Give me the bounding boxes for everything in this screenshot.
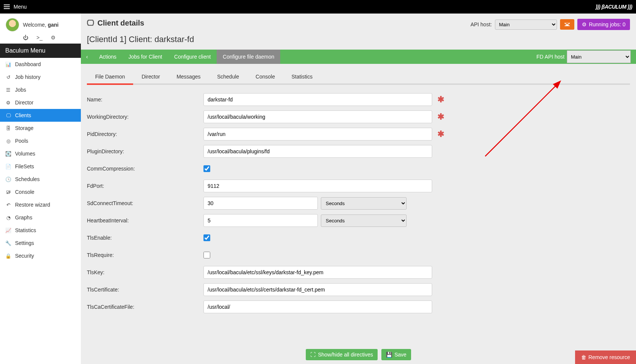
tabbar: ‹ ActionsJobs for ClientConfigure client… bbox=[81, 50, 636, 64]
subtab-statistics[interactable]: Statistics bbox=[283, 71, 321, 85]
desktop-icon: 🖵 bbox=[87, 19, 94, 27]
input-piddir[interactable] bbox=[203, 128, 432, 140]
topbar: Menu ))) βACULUM ))) bbox=[0, 0, 636, 14]
label-tlscacert: TlsCaCertificateFile: bbox=[87, 304, 203, 310]
chart-icon: 📈 bbox=[5, 228, 11, 233]
running-jobs-button[interactable]: ⚙ Running jobs: 0 bbox=[577, 19, 630, 30]
sidebar-item-director[interactable]: ⚙Director bbox=[0, 96, 81, 109]
showhide-button[interactable]: ⛶Show/hide all directives bbox=[306, 349, 377, 360]
sidebar-item-pools[interactable]: ◎Pools bbox=[0, 134, 81, 147]
sidebar-item-label: Jobs bbox=[15, 87, 26, 93]
label-sdtimeout: SdConnectTimeout: bbox=[87, 200, 203, 206]
sidebar-item-label: Console bbox=[15, 189, 34, 195]
tab-configure-file-daemon[interactable]: Configure file daemon bbox=[217, 50, 280, 64]
sidebar-item-dashboard[interactable]: 📊Dashboard bbox=[0, 58, 81, 71]
hdd-icon: 💽 bbox=[5, 151, 11, 157]
unit-heartbeat[interactable]: Seconds bbox=[321, 214, 407, 227]
sidebar-header: Baculum Menu bbox=[0, 44, 81, 58]
label-heartbeat: HeartbeatInterval: bbox=[87, 217, 203, 224]
remove-resource-button[interactable]: 🗑Remove resource bbox=[575, 350, 636, 364]
sidebar-item-label: Clients bbox=[15, 112, 31, 118]
subtab-file-daemon[interactable]: File Daemon bbox=[87, 71, 133, 85]
checkbox-tlsenable[interactable] bbox=[203, 234, 210, 241]
input-fdport[interactable] bbox=[203, 180, 432, 192]
sidebar-item-label: Pools bbox=[15, 138, 28, 144]
sidebar-item-jobs[interactable]: ☰Jobs bbox=[0, 83, 81, 96]
hamburger-icon bbox=[4, 5, 10, 9]
avatar bbox=[6, 18, 19, 32]
power-icon[interactable]: ⏻ bbox=[23, 35, 28, 41]
trash-icon: 🗑 bbox=[581, 354, 586, 360]
sidebar-item-schedules[interactable]: 🕓Schedules bbox=[0, 173, 81, 186]
input-heartbeat[interactable] bbox=[203, 214, 318, 227]
sidebar-item-label: Schedules bbox=[15, 176, 39, 182]
sidebar-item-console[interactable]: 🖳Console bbox=[0, 186, 81, 198]
terminal-icon[interactable]: >_ bbox=[36, 35, 43, 41]
input-tlscacert[interactable] bbox=[203, 301, 432, 313]
sidebar-item-label: Settings bbox=[15, 240, 34, 246]
checkbox-commcomp[interactable] bbox=[203, 165, 210, 172]
sitemap-icon: ⚙ bbox=[5, 100, 11, 106]
sidebar-item-clients[interactable]: 🖵Clients bbox=[0, 109, 81, 122]
nav-list: 📊Dashboard↺Job history☰Jobs⚙Director🖵Cli… bbox=[0, 58, 81, 262]
form-area: Name:✱ WorkingDirectory:✱ PidDirectory:✱… bbox=[81, 85, 636, 325]
sidebar-item-statistics[interactable]: 📈Statistics bbox=[0, 224, 81, 237]
sidebar-item-storage[interactable]: 🗄Storage bbox=[0, 122, 81, 134]
label-plugindir: PluginDirectory: bbox=[87, 148, 203, 154]
sidebar-item-label: Graphs bbox=[15, 214, 32, 221]
sidebar-item-settings[interactable]: 🔧Settings bbox=[0, 237, 81, 249]
pie-icon: ◔ bbox=[5, 215, 11, 221]
user-block: Welcome, gani ⏻ >_ ⚙ bbox=[0, 14, 81, 44]
label-fdport: FdPort: bbox=[87, 183, 203, 189]
save-button[interactable]: 💾Save bbox=[381, 349, 411, 360]
required-icon: ✱ bbox=[437, 112, 444, 122]
input-tlskey[interactable] bbox=[203, 266, 432, 279]
tach-icon: 📊 bbox=[5, 62, 11, 67]
brand-logo: ))) βACULUM ))) bbox=[595, 4, 632, 10]
sidebar-item-graphs[interactable]: ◔Graphs bbox=[0, 211, 81, 224]
sidebar-item-label: Volumes bbox=[15, 151, 35, 157]
label-tlskey: TlsKey: bbox=[87, 269, 203, 275]
unit-sdtimeout[interactable]: Seconds bbox=[321, 197, 407, 210]
tab-actions[interactable]: Actions bbox=[93, 50, 123, 64]
api-host-select[interactable]: Main bbox=[495, 20, 557, 30]
sidebar-item-label: Dashboard bbox=[15, 61, 41, 67]
label-workdir: WorkingDirectory: bbox=[87, 114, 203, 120]
main-content: 🖵 Client details API host: Main ⚙ Runnin… bbox=[81, 14, 636, 364]
required-icon: ✱ bbox=[437, 129, 444, 139]
fd-api-host-label: FD API host bbox=[534, 54, 567, 60]
subtab-schedule[interactable]: Schedule bbox=[209, 71, 247, 85]
lock-icon: 🔒 bbox=[5, 253, 11, 259]
input-sdtimeout[interactable] bbox=[203, 197, 318, 210]
subtab-messages[interactable]: Messages bbox=[168, 71, 209, 85]
file-icon: 📄 bbox=[5, 164, 11, 169]
subtab-director[interactable]: Director bbox=[133, 71, 168, 85]
tab-configure-client[interactable]: Configure client bbox=[168, 50, 217, 64]
input-tlscert[interactable] bbox=[203, 283, 432, 296]
hist-icon: ↺ bbox=[5, 74, 11, 80]
menu-toggle[interactable]: Menu bbox=[4, 4, 27, 10]
expand-icon: ⛶ bbox=[310, 352, 316, 358]
clock-icon: 🕓 bbox=[5, 177, 11, 182]
sidebar-item-security[interactable]: 🔒Security bbox=[0, 249, 81, 262]
input-plugindir[interactable] bbox=[203, 145, 432, 158]
tab-jobs-for-client[interactable]: Jobs for Client bbox=[123, 50, 168, 64]
sidebar-item-label: Storage bbox=[15, 125, 33, 131]
back-button[interactable]: ‹ bbox=[81, 50, 93, 64]
wrench-icon: 🔧 bbox=[5, 240, 11, 246]
sidebar-item-restore-wizard[interactable]: ↶Restore wizard bbox=[0, 198, 81, 211]
sidebar-item-filesets[interactable]: 📄FileSets bbox=[0, 160, 81, 173]
sidebar-item-volumes[interactable]: 💽Volumes bbox=[0, 147, 81, 160]
fd-api-host-select[interactable]: Main bbox=[567, 50, 631, 63]
sidebar: Welcome, gani ⏻ >_ ⚙ Baculum Menu 📊Dashb… bbox=[0, 14, 81, 364]
gear-icon[interactable]: ⚙ bbox=[51, 35, 56, 41]
input-workdir[interactable] bbox=[203, 110, 432, 123]
mail-button[interactable] bbox=[560, 19, 574, 30]
label-name: Name: bbox=[87, 97, 203, 103]
page-subtitle: [ClientId 1] Client: darkstar-fd bbox=[81, 32, 636, 50]
input-name[interactable] bbox=[203, 93, 432, 106]
subtab-console[interactable]: Console bbox=[247, 71, 283, 85]
menu-label: Menu bbox=[14, 4, 27, 10]
checkbox-tlsrequire[interactable] bbox=[203, 252, 210, 258]
sidebar-item-job-history[interactable]: ↺Job history bbox=[0, 71, 81, 83]
